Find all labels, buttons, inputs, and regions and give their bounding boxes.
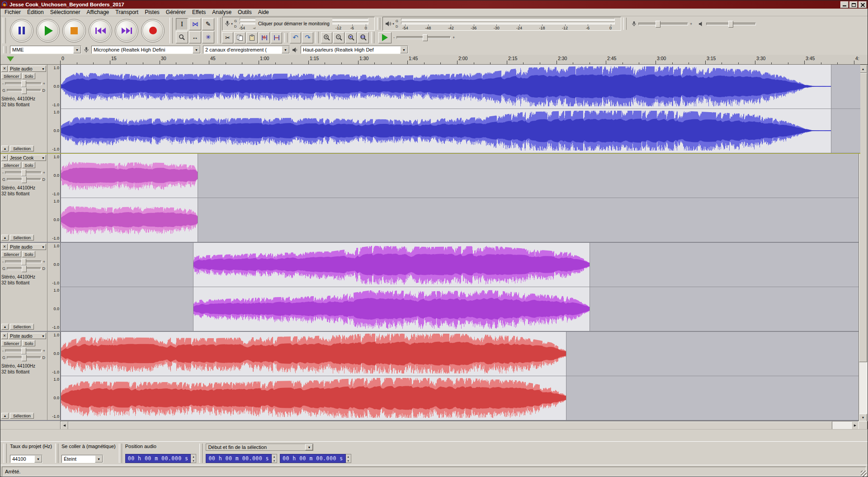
skip-to-start-button[interactable]	[89, 19, 112, 43]
selection-button[interactable]: Sélection	[10, 324, 34, 330]
skip-to-end-button[interactable]	[115, 19, 138, 43]
time-spinner[interactable]: ▲▼	[272, 454, 277, 463]
redo-button[interactable]: ↷	[302, 32, 313, 43]
mute-button[interactable]: Silencer	[1, 251, 21, 257]
recording-device-select[interactable]: Microphone (Realtek High Defini ▼	[91, 46, 201, 54]
slider-thumb[interactable]	[656, 21, 660, 28]
waveform-canvas[interactable]	[61, 65, 860, 153]
recording-meter[interactable]: ▼ GD -54-48-42-36-30-24-18-12-60 Cliquer…	[222, 17, 375, 31]
play-at-speed-button[interactable]	[378, 32, 392, 43]
meter-menu-icon[interactable]: ▼	[392, 23, 395, 25]
mute-button[interactable]: Silencer	[1, 340, 21, 346]
toolbar-gripper[interactable]	[316, 32, 319, 43]
selection-end-field[interactable]: 00 h 00 m 00.000 s ▲▼	[280, 454, 351, 463]
stop-button[interactable]	[62, 19, 86, 43]
minimize-button[interactable]	[840, 1, 849, 8]
scroll-down-button[interactable]: ▼	[859, 414, 867, 421]
mute-button[interactable]: Silencer	[1, 162, 21, 168]
zoom-in-button[interactable]	[321, 32, 332, 43]
recording-channels-select[interactable]: 2 canaux d'enregistrement ( ▼	[203, 46, 290, 54]
selection-button[interactable]: Sélection	[10, 413, 34, 419]
selection-button[interactable]: Sélection	[10, 146, 34, 151]
menu-item-outils[interactable]: Outils	[235, 9, 255, 16]
chevron-down-icon[interactable]: ▼	[305, 444, 313, 450]
meter-menu-icon[interactable]: ▼	[231, 23, 233, 25]
toolbar-gripper[interactable]	[623, 18, 627, 30]
slider-thumb[interactable]	[21, 259, 26, 265]
track-close-button[interactable]: ×	[1, 244, 8, 250]
silence-audio-button[interactable]	[271, 32, 282, 43]
selection-mode-select[interactable]: Début et fin de la sélection ▼	[206, 444, 313, 451]
pause-button[interactable]	[10, 19, 33, 43]
monitoring-hint[interactable]: Cliquer pour démarrer le monitoring	[255, 18, 333, 30]
maximize-button[interactable]	[849, 1, 858, 8]
scroll-left-button[interactable]: ◀	[61, 421, 68, 430]
solo-button[interactable]: Solo	[22, 73, 35, 79]
horizontal-scrollbar[interactable]: ◀ ▶	[60, 421, 859, 430]
collapse-button[interactable]: ▲	[1, 235, 9, 241]
toolbar-gripper[interactable]	[3, 46, 6, 53]
slider-thumb[interactable]	[21, 170, 26, 176]
timeline-ruler[interactable]: 01530451:001:151:301:452:002:152:302:453…	[60, 55, 859, 65]
chevron-down-icon[interactable]: ▼	[400, 46, 408, 53]
chevron-down-icon[interactable]: ▼	[282, 46, 289, 53]
track-close-button[interactable]: ×	[1, 155, 8, 161]
toolbar-gripper[interactable]	[284, 33, 288, 43]
slider-thumb[interactable]	[423, 34, 428, 41]
scroll-right-button[interactable]: ▶	[851, 421, 859, 430]
trim-outside-button[interactable]	[259, 32, 270, 43]
playback-device-select[interactable]: Haut-parleurs (Realtek High Def ▼	[301, 46, 408, 54]
time-spinner[interactable]: ▲▼	[346, 454, 351, 463]
toolbar-gripper[interactable]	[199, 444, 203, 463]
solo-button[interactable]: Solo	[22, 251, 35, 257]
close-button[interactable]	[859, 1, 867, 8]
pan-slider[interactable]: GD	[1, 176, 46, 183]
selection-tool-button[interactable]: I	[176, 18, 188, 30]
toolbar-gripper[interactable]	[4, 444, 7, 463]
track-name-button[interactable]: Piste audio▼	[9, 333, 46, 339]
recording-volume-slider[interactable]: +	[629, 21, 695, 27]
toolbar-gripper[interactable]	[55, 444, 58, 463]
fit-project-button[interactable]	[358, 32, 369, 43]
toolbar-gripper[interactable]	[371, 32, 374, 43]
envelope-tool-button[interactable]: ⋈	[189, 18, 201, 30]
menu-item-fichier[interactable]: Fichier	[1, 9, 24, 16]
slider-thumb[interactable]	[22, 265, 27, 272]
gain-slider[interactable]: -+	[1, 169, 46, 176]
pan-slider[interactable]: GD	[1, 354, 46, 361]
waveform-canvas[interactable]	[61, 332, 860, 420]
toolbar-gripper[interactable]	[119, 444, 122, 463]
playback-meter[interactable]: ▼ GD -54-48-42-36-30-24-18-12-60	[382, 17, 621, 31]
audio-host-select[interactable]: MME ▼	[10, 46, 81, 54]
menu-item-edition[interactable]: Édition	[24, 9, 47, 16]
solo-button[interactable]: Solo	[22, 162, 35, 168]
cut-button[interactable]: ✂	[222, 32, 233, 43]
slider-thumb[interactable]	[21, 348, 26, 354]
pan-slider[interactable]: GD	[1, 87, 46, 94]
playback-volume-slider[interactable]	[696, 21, 759, 27]
resize-grip[interactable]	[861, 471, 867, 477]
paste-button[interactable]	[246, 32, 258, 43]
selection-start-field[interactable]: 00 h 00 m 00.000 s ▲▼	[206, 454, 277, 463]
toolbar-gripper[interactable]	[217, 18, 221, 43]
chevron-down-icon[interactable]: ▼	[73, 46, 81, 53]
slider-thumb[interactable]	[22, 354, 27, 361]
timeline-pin-icon[interactable]	[7, 57, 14, 61]
waveform-canvas[interactable]	[61, 154, 860, 242]
snap-to-select[interactable]: Éteint ▼	[61, 455, 103, 463]
play-button[interactable]	[36, 19, 60, 43]
chevron-down-icon[interactable]: ▼	[193, 46, 200, 53]
chevron-down-icon[interactable]: ▼	[34, 455, 42, 463]
gain-slider[interactable]: -+	[1, 347, 46, 354]
mute-button[interactable]: Silencer	[1, 73, 21, 79]
menu-item-effets[interactable]: Effets	[189, 9, 209, 16]
fit-selection-button[interactable]	[345, 32, 357, 43]
track-close-button[interactable]: ×	[1, 333, 8, 339]
pan-slider[interactable]: GD	[1, 265, 46, 272]
horizontal-scrollbar-thumb[interactable]	[68, 421, 832, 430]
copy-button[interactable]	[234, 32, 245, 43]
menu-item-affichage[interactable]: Affichage	[83, 9, 112, 16]
solo-button[interactable]: Solo	[22, 340, 35, 346]
collapse-button[interactable]: ▲	[1, 413, 9, 419]
collapse-button[interactable]: ▲	[1, 146, 9, 151]
